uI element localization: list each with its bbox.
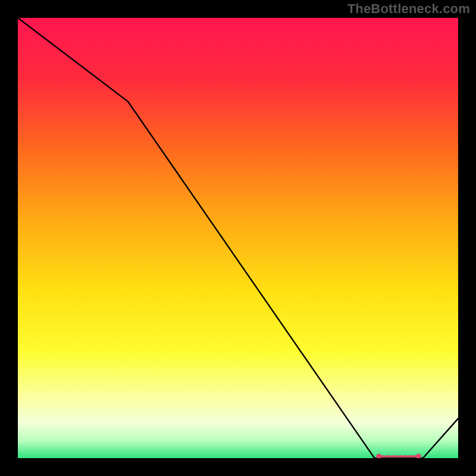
watermark-text: TheBottleneck.com	[347, 1, 470, 17]
chart-background	[18, 18, 458, 458]
chart-svg	[18, 18, 458, 458]
chart-frame: TheBottleneck.com	[0, 0, 476, 476]
chart-plot-area	[18, 18, 458, 458]
